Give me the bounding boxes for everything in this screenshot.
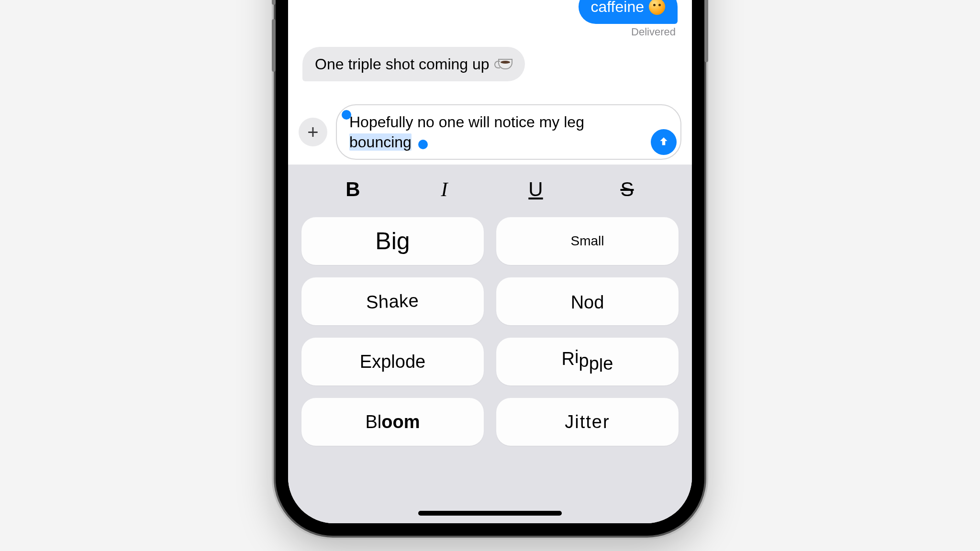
effect-small-button[interactable]: Small <box>496 217 679 265</box>
home-indicator[interactable] <box>418 511 562 516</box>
canvas: caffeine Delivered One triple shot comin… <box>0 0 980 551</box>
delivered-label: Delivered <box>631 26 676 38</box>
thinking-face-icon <box>649 0 665 15</box>
effect-nod-button[interactable]: Nod <box>496 277 679 325</box>
compose-text-pre: Hopefully no one will notice my leg <box>349 113 584 131</box>
power-button[interactable] <box>704 0 708 62</box>
volume-down-button[interactable] <box>272 19 276 72</box>
message-sent[interactable]: caffeine <box>579 0 678 24</box>
compose-text-selected: bouncing <box>349 133 412 151</box>
message-sent-text: caffeine <box>591 0 645 16</box>
volume-up-button[interactable] <box>272 0 276 5</box>
message-input[interactable]: Hopefully no one will notice my leg boun… <box>336 104 681 160</box>
effect-bloom-button[interactable]: Bloom <box>301 398 484 446</box>
selection-start-handle[interactable] <box>342 110 351 120</box>
effect-shake-button[interactable]: Shake <box>301 277 484 325</box>
effects-grid: Big Small Shake Nod Explode Ripple Bloom… <box>288 201 692 465</box>
format-italic-button[interactable]: I <box>399 178 490 201</box>
phone-frame: caffeine Delivered One triple shot comin… <box>276 0 704 536</box>
arrow-up-icon <box>657 136 670 148</box>
message-received-text: One triple shot coming up <box>315 55 490 74</box>
attach-plus-button[interactable]: + <box>299 118 327 146</box>
format-row: B I U S <box>288 165 692 201</box>
text-effects-panel: B I U S Big Small Shake Nod Explode Ripp… <box>288 165 692 523</box>
phone-screen: caffeine Delivered One triple shot comin… <box>288 0 692 523</box>
effect-bloom-label: Bloom <box>365 412 420 432</box>
effect-big-button[interactable]: Big <box>301 217 484 265</box>
format-underline-button[interactable]: U <box>490 178 581 201</box>
effect-jitter-button[interactable]: Jitter <box>496 398 679 446</box>
effect-ripple-label: Ripple <box>562 352 613 372</box>
effect-explode-button[interactable]: Explode <box>301 338 484 386</box>
message-received[interactable]: One triple shot coming up <box>302 47 525 81</box>
effect-ripple-button[interactable]: Ripple <box>496 338 679 386</box>
selection-end-handle[interactable] <box>418 140 428 149</box>
send-button[interactable] <box>651 129 677 155</box>
coffee-cup-icon <box>498 59 512 69</box>
format-bold-button[interactable]: B <box>307 178 399 201</box>
format-strikethrough-button[interactable]: S <box>581 178 673 201</box>
compose-row: + Hopefully no one will notice my leg bo… <box>288 99 692 165</box>
